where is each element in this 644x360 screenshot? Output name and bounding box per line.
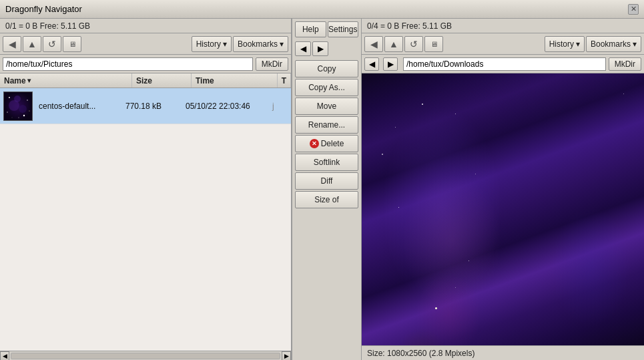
left-scrollbar[interactable]: ◀ ▶ <box>0 351 291 360</box>
table-row[interactable]: centos-default... 770.18 kB 05/10/22 22:… <box>0 88 291 124</box>
right-refresh-button[interactable]: ↺ <box>404 36 423 52</box>
right-panel: 0/4 = 0 B Free: 5.11 GB ◀ ▲ ↺ 🖥 History … <box>362 19 644 360</box>
preview-status-bar: Size: 1080x2560 (2.8 Mpixels) <box>362 345 644 360</box>
left-history-dropdown[interactable]: History ▾ <box>192 36 232 52</box>
preview-size-text: Size: 1080x2560 (2.8 Mpixels) <box>367 349 474 358</box>
size-of-button[interactable]: Size of <box>295 191 358 208</box>
file-time: 05/10/22 22:03:46 <box>183 102 270 111</box>
svg-point-3 <box>14 96 21 102</box>
settings-button[interactable]: Settings <box>328 21 359 37</box>
right-mkdir-button[interactable]: MkDir <box>609 57 641 71</box>
center-top-buttons: Help Settings <box>295 21 358 37</box>
col-header-size[interactable]: Size <box>132 73 192 87</box>
right-toolbar: ◀ ▲ ↺ 🖥 History ▾ Bookmarks ▾ <box>362 33 644 55</box>
scroll-track[interactable] <box>11 353 280 359</box>
chevron-down-icon: ▾ <box>223 39 227 49</box>
svg-point-4 <box>9 97 10 98</box>
chevron-down-icon: ▾ <box>633 39 637 49</box>
left-home-button[interactable]: 🖥 <box>63 36 81 52</box>
file-thumbnail <box>1 89 35 123</box>
svg-point-10 <box>12 117 13 118</box>
move-button[interactable]: Move <box>295 98 358 115</box>
softlink-button[interactable]: Softlink <box>295 154 358 171</box>
left-back-button[interactable]: ◀ <box>3 36 21 52</box>
copy-button[interactable]: Copy <box>295 60 358 77</box>
preview-image <box>362 73 644 345</box>
right-history-dropdown[interactable]: History ▾ <box>545 36 585 52</box>
right-path-input[interactable] <box>403 57 606 71</box>
svg-point-9 <box>29 110 30 111</box>
help-button[interactable]: Help <box>295 21 326 37</box>
sort-icon: ▾ <box>27 77 31 84</box>
left-toolbar: ◀ ▲ ↺ 🖥 History ▾ Bookmarks ▾ <box>0 33 291 55</box>
right-bookmarks-dropdown[interactable]: Bookmarks ▾ <box>586 36 641 52</box>
right-nav-left[interactable]: ◀ <box>364 57 379 71</box>
right-status-text: 0/4 = 0 B Free: 5.11 GB <box>367 21 452 31</box>
file-name: centos-default... <box>36 102 123 111</box>
scroll-left-arrow[interactable]: ◀ <box>0 351 9 361</box>
file-tag: j <box>270 102 291 111</box>
chevron-down-icon: ▾ <box>280 39 284 49</box>
col-header-name[interactable]: Name ▾ <box>0 73 132 87</box>
left-bookmarks-dropdown[interactable]: Bookmarks ▾ <box>233 36 288 52</box>
scroll-right-arrow[interactable]: ▶ <box>282 351 291 361</box>
center-menu: Help Settings ◀ ▶ Copy Copy As... Move R… <box>292 19 362 360</box>
center-right-arrow[interactable]: ▶ <box>312 41 328 56</box>
svg-point-5 <box>27 100 28 101</box>
copy-as-button[interactable]: Copy As... <box>295 79 358 96</box>
right-nav-right[interactable]: ▶ <box>383 57 398 71</box>
preview-area <box>362 73 644 345</box>
file-list-header: Name ▾ Size Time T <box>0 73 291 88</box>
title-bar: Dragonfly Navigator ✕ <box>0 0 644 19</box>
close-button[interactable]: ✕ <box>628 4 639 15</box>
left-path-bar: MkDir <box>0 55 291 73</box>
file-size: 770.18 kB <box>123 102 183 111</box>
left-refresh-button[interactable]: ↺ <box>43 36 61 52</box>
chevron-down-icon: ▾ <box>576 39 580 49</box>
svg-point-8 <box>7 112 7 112</box>
file-list-area[interactable]: centos-default... 770.18 kB 05/10/22 22:… <box>0 88 291 351</box>
left-status-text: 0/1 = 0 B Free: 5.11 GB <box>5 21 90 31</box>
right-path-bar: ◀ ▶ MkDir <box>362 55 644 73</box>
svg-point-2 <box>19 105 27 113</box>
right-back-button[interactable]: ◀ <box>364 36 383 52</box>
svg-point-6 <box>23 114 25 116</box>
right-up-button[interactable]: ▲ <box>384 36 403 52</box>
delete-button[interactable]: ✕ Delete <box>295 135 358 152</box>
delete-icon: ✕ <box>310 139 319 148</box>
left-up-button[interactable]: ▲ <box>23 36 41 52</box>
left-path-input[interactable] <box>3 57 253 71</box>
left-status-bar: 0/1 = 0 B Free: 5.11 GB <box>0 19 291 33</box>
rename-button[interactable]: Rename... <box>295 116 358 134</box>
main-container: 0/1 = 0 B Free: 5.11 GB ◀ ▲ ↺ 🖥 History … <box>0 19 644 360</box>
right-status-bar: 0/4 = 0 B Free: 5.11 GB <box>362 19 644 33</box>
col-header-time[interactable]: Time <box>192 73 278 87</box>
svg-point-7 <box>18 117 19 118</box>
left-panel: 0/1 = 0 B Free: 5.11 GB ◀ ▲ ↺ 🖥 History … <box>0 19 292 360</box>
diff-button[interactable]: Diff <box>295 172 358 190</box>
col-header-tag[interactable]: T <box>278 73 291 87</box>
left-mkdir-button[interactable]: MkDir <box>256 57 288 71</box>
window-title: Dragonfly Navigator <box>5 4 82 14</box>
right-home-button[interactable]: 🖥 <box>424 36 443 52</box>
center-left-arrow[interactable]: ◀ <box>295 41 311 56</box>
